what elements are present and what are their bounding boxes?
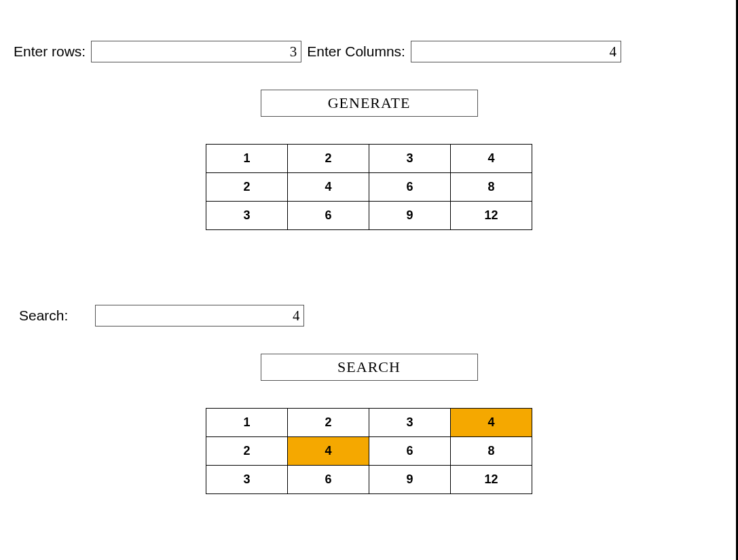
search-label: Search: — [19, 307, 68, 324]
table-cell: 8 — [451, 437, 532, 466]
search-input-row: Search: — [14, 305, 724, 326]
table-cell: 6 — [369, 437, 451, 466]
table-cell: 1 — [206, 145, 288, 173]
table-cell: 9 — [369, 202, 451, 230]
table-cell: 2 — [206, 437, 288, 466]
table-cell: 6 — [288, 466, 369, 494]
search-section: Search: SEARCH 1234246836912 — [14, 305, 724, 494]
table-row: 1234 — [206, 145, 532, 173]
table-row: 36912 — [206, 466, 532, 494]
rows-label: Enter rows: — [14, 43, 86, 60]
table-row: 2468 — [206, 437, 532, 466]
search-button[interactable]: SEARCH — [261, 354, 478, 381]
table-cell: 4 — [451, 145, 532, 173]
rows-input[interactable] — [91, 41, 301, 62]
table-cell: 12 — [451, 202, 532, 230]
table-cell: 3 — [369, 145, 451, 173]
dimensions-input-row: Enter rows: Enter Columns: — [14, 41, 724, 62]
main-content: Enter rows: Enter Columns: GENERATE 1234… — [0, 0, 738, 494]
table-cell: 3 — [206, 202, 288, 230]
table-cell: 4 — [288, 437, 369, 466]
table-cell: 8 — [451, 173, 532, 202]
table-row: 2468 — [206, 173, 532, 202]
table-row: 1234 — [206, 409, 532, 437]
table-cell: 2 — [288, 145, 369, 173]
table-cell: 9 — [369, 466, 451, 494]
table-cell: 3 — [206, 466, 288, 494]
table-cell: 3 — [369, 409, 451, 437]
search-input[interactable] — [95, 305, 304, 326]
table-cell: 6 — [369, 173, 451, 202]
table-row: 36912 — [206, 202, 532, 230]
table-cell: 1 — [206, 409, 288, 437]
table-cell: 4 — [288, 173, 369, 202]
table-cell: 12 — [451, 466, 532, 494]
multiplication-table-top: 1234246836912 — [206, 144, 532, 230]
bottom-table-wrap: 1234246836912 — [14, 408, 724, 494]
top-table-wrap: 1234246836912 — [14, 144, 724, 230]
columns-label: Enter Columns: — [307, 43, 405, 60]
generate-button[interactable]: GENERATE — [261, 90, 478, 117]
table-cell: 6 — [288, 202, 369, 230]
table-cell: 2 — [288, 409, 369, 437]
multiplication-table-bottom: 1234246836912 — [206, 408, 532, 494]
table-cell: 2 — [206, 173, 288, 202]
table-cell: 4 — [451, 409, 532, 437]
columns-input[interactable] — [411, 41, 621, 62]
